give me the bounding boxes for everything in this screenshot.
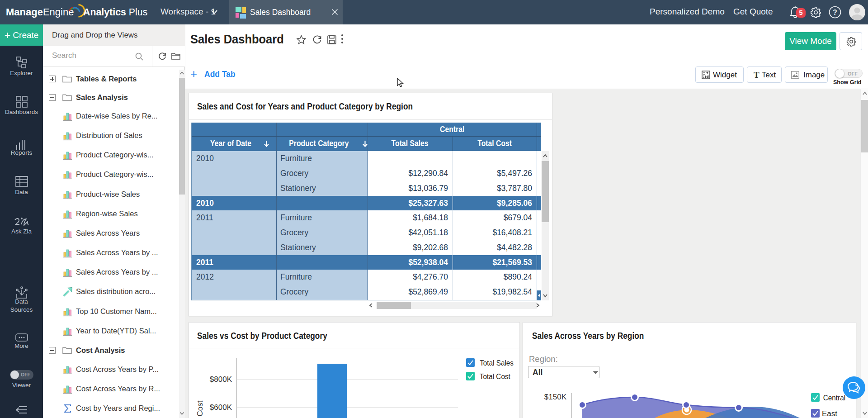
svg-text:?: ? xyxy=(833,9,837,16)
